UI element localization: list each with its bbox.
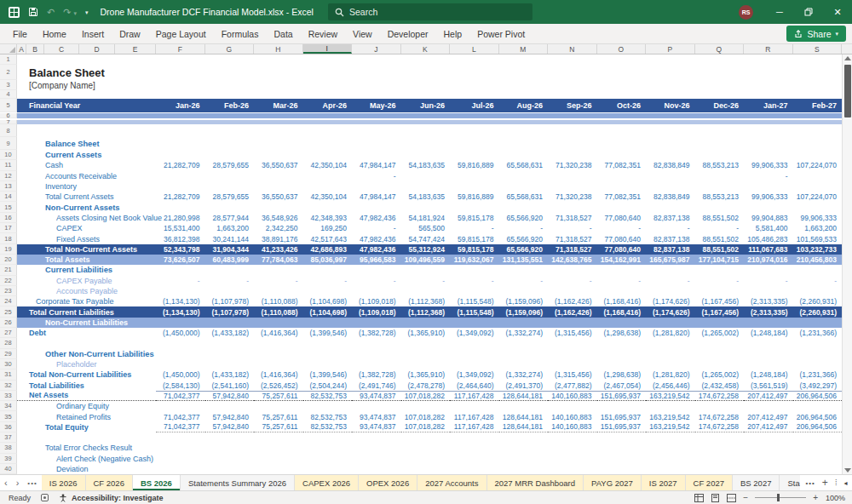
cell[interactable] [646,443,695,453]
ribbon-tab-developer[interactable]: Developer [380,24,436,43]
cell[interactable]: (1,162,426) [548,306,597,317]
account-avatar[interactable]: RS [739,5,753,20]
cell[interactable]: 207,412,497 [744,411,793,421]
cell[interactable] [156,202,205,212]
cell[interactable] [450,137,499,150]
cell[interactable] [205,464,255,474]
cell[interactable]: 21,282,709 [156,160,205,170]
row-number-32[interactable]: 32 [0,381,17,391]
cell[interactable] [646,359,695,369]
cell[interactable]: 128,644,181 [499,391,549,401]
cell[interactable]: 210,456,803 [793,255,843,265]
cell[interactable] [254,432,303,443]
cell[interactable]: (1,281,820) [646,369,695,380]
cell[interactable] [646,401,695,411]
cell[interactable] [401,150,451,160]
cell[interactable]: 42,350,104 [303,160,353,170]
row-number-37[interactable]: 37 [0,432,17,443]
cell[interactable]: 31,904,344 [205,244,255,255]
cell[interactable] [744,464,793,474]
sheet-tab-bs-2027[interactable]: BS 2027 [733,475,780,490]
cell[interactable]: May-26 [352,99,401,112]
new-sheet-button[interactable]: + [822,477,828,489]
cell[interactable]: (1,365,910) [401,369,451,380]
cell[interactable] [646,137,695,150]
cell[interactable]: - [401,276,451,286]
row-number-5[interactable]: 5 [0,99,17,112]
cell[interactable] [499,338,549,348]
cell[interactable]: 82,837,138 [646,213,695,223]
cell[interactable] [156,124,205,137]
cell[interactable]: 65,566,920 [499,213,549,223]
cell[interactable] [548,80,597,90]
cell[interactable] [548,90,597,99]
cell[interactable]: 54,747,424 [401,233,451,243]
row-number-34[interactable]: 34 [0,401,17,411]
cell[interactable] [401,401,451,411]
cell[interactable] [205,54,255,65]
cell[interactable] [646,338,695,348]
cell[interactable]: 42,686,893 [303,244,353,255]
cell[interactable]: 65,566,920 [499,244,549,255]
row-number-4[interactable]: 4 [0,90,17,99]
row-label[interactable]: Financial Year [17,99,156,112]
cell[interactable]: Apr-26 [303,99,353,112]
cell[interactable] [744,349,793,359]
cell[interactable]: (2,541,160) [205,381,255,391]
row-label[interactable]: Assets Closing Net Book Value [17,213,156,223]
cell[interactable] [499,54,549,65]
cell[interactable] [205,171,255,181]
cell[interactable]: (1,115,548) [450,306,499,317]
cell[interactable] [450,401,499,411]
cell[interactable]: 59,815,178 [450,233,499,243]
row-label[interactable]: Total Equity [17,422,156,432]
sheet-tab-is-2026[interactable]: IS 2026 [42,475,86,490]
cell[interactable] [499,113,549,118]
column-header-L[interactable]: L [450,44,499,54]
cell[interactable]: 88,553,213 [695,160,745,170]
cell[interactable]: 1,663,200 [793,223,843,233]
cell[interactable] [205,181,255,192]
row-number-1[interactable]: 1 [0,54,17,65]
cell[interactable] [548,137,597,150]
cell[interactable] [744,80,793,90]
cell[interactable] [597,90,647,99]
cell[interactable] [450,181,499,192]
cell[interactable] [548,443,597,453]
cell[interactable]: (2,467,054) [597,381,647,391]
cell[interactable]: 151,695,937 [597,391,647,401]
cell[interactable]: (1,110,088) [254,306,303,317]
cell[interactable] [793,443,843,453]
column-header-Q[interactable]: Q [695,44,745,54]
cell[interactable] [156,286,205,296]
cell[interactable] [303,54,353,65]
cell[interactable] [156,401,205,411]
cell[interactable]: (2,464,640) [450,381,499,391]
row-label[interactable]: Retained Profits [17,411,156,421]
cell[interactable] [499,124,549,137]
cell[interactable] [744,124,793,137]
cell[interactable] [254,349,303,359]
cell[interactable]: (1,109,018) [352,306,401,317]
cell[interactable] [744,65,793,80]
cell[interactable]: 174,672,258 [695,391,745,401]
cell[interactable]: 57,942,840 [205,411,255,421]
cell[interactable] [646,181,695,192]
cell[interactable]: - [352,276,401,286]
cell[interactable] [450,54,499,65]
cell[interactable] [646,65,695,80]
cell[interactable]: 57,942,840 [205,391,255,401]
hscroll-left-icon[interactable]: ◂ [843,479,847,487]
cell[interactable] [254,80,303,90]
cell[interactable]: (1,110,088) [254,296,303,306]
sheet-tab-cf-2026[interactable]: CF 2026 [86,475,133,490]
cell[interactable]: 82,532,753 [303,391,353,401]
cell[interactable] [646,265,695,275]
cell[interactable] [401,286,451,296]
cell[interactable] [695,349,745,359]
cell[interactable] [450,318,499,328]
sheet-tab-opex-2026[interactable]: OPEX 2026 [359,475,417,490]
cell[interactable] [793,432,843,443]
cell[interactable] [156,171,205,181]
row-number-9[interactable]: 9 [0,137,17,150]
